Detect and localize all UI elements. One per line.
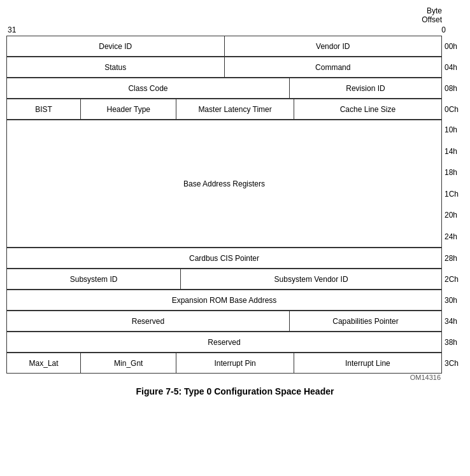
offset-label: 18h	[442, 162, 464, 184]
table-row: Class CodeRevision ID08h	[6, 78, 464, 99]
cell-command: Command	[224, 57, 442, 78]
cell-cardbus-cis-pointer: Cardbus CIS Pointer	[7, 248, 442, 269]
bit-0-label: 0	[441, 25, 446, 34]
cell-capabilities-pointer: Capabilities Pointer	[289, 311, 441, 332]
register-container: Device IDVendor ID00hStatusCommand04hCla…	[6, 36, 464, 374]
offset-label: 10h	[442, 120, 464, 141]
page-wrapper: ByteOffset 31 0 Device IDVendor ID00hSta…	[6, 6, 464, 396]
bit-31-label: 31	[8, 25, 16, 34]
table-row: Expansion ROM Base Address30h	[6, 290, 464, 311]
offset-label: 30h	[442, 290, 464, 311]
cell-device-id: Device ID	[7, 36, 225, 57]
cell-status: Status	[7, 57, 225, 78]
table-row: Subsystem IDSubsystem Vendor ID2Ch	[6, 269, 464, 290]
om-label: OM14316	[6, 374, 441, 381]
table-row: ReservedCapabilities Pointer34h	[6, 311, 464, 332]
offset-label: 00h	[442, 36, 464, 57]
cell-base-address: Base Address Registers	[7, 120, 442, 248]
byte-offset-header: ByteOffset	[6, 6, 442, 25]
bit-label-row: 31 0	[6, 25, 464, 36]
table-row: Reserved38h	[6, 332, 464, 353]
cell-revision-id: Revision ID	[289, 78, 441, 99]
cell-maxlat: Max_Lat	[7, 353, 81, 374]
table-row: Cardbus CIS Pointer28h	[6, 248, 464, 269]
cell-vendor-id: Vendor ID	[224, 36, 442, 57]
cell-interrupt-pin: Interrupt Pin	[176, 353, 294, 374]
offset-label: 04h	[442, 57, 464, 78]
offset-label: 24h	[442, 227, 464, 248]
cell-bist: BIST	[7, 99, 81, 120]
cell-subsystem-vendor-id: Subsystem Vendor ID	[181, 269, 442, 290]
cell-interrupt-line: Interrupt Line	[294, 353, 441, 374]
offset-label: 34h	[442, 311, 464, 332]
cell-reserved: Reserved	[7, 332, 442, 353]
table-row: BISTHeader TypeMaster Latency TimerCache…	[6, 99, 464, 120]
cell-class-code: Class Code	[7, 78, 290, 99]
cell-cache-line-size: Cache Line Size	[294, 99, 441, 120]
offset-label: 20h	[442, 205, 464, 227]
figure-caption: Figure 7-5: Type 0 Configuration Space H…	[6, 386, 464, 396]
table-row: Max_LatMin_GntInterrupt PinInterrupt Lin…	[6, 353, 464, 374]
offset-label: 3Ch	[442, 353, 464, 374]
table-row: StatusCommand04h	[6, 57, 464, 78]
table-row: Base Address Registers10h14h18h1Ch20h24h	[6, 120, 464, 248]
cell-subsystem-id: Subsystem ID	[7, 269, 181, 290]
offset-label: 14h	[442, 141, 464, 163]
offset-label: 0Ch	[442, 99, 464, 120]
offset-label: 28h	[442, 248, 464, 269]
cell-reserved: Reserved	[7, 311, 290, 332]
cell-expansion-rom-base-address: Expansion ROM Base Address	[7, 290, 442, 311]
cell-mingnt: Min_Gnt	[81, 353, 176, 374]
cell-master-latency-timer: Master Latency Timer	[176, 99, 294, 120]
cell-header-type: Header Type	[81, 99, 176, 120]
offset-label: 08h	[442, 78, 464, 99]
offset-label: 38h	[442, 332, 464, 353]
offset-label: 2Ch	[442, 269, 464, 290]
table-row: Device IDVendor ID00h	[6, 36, 464, 57]
offset-label: 1Ch	[442, 184, 464, 206]
